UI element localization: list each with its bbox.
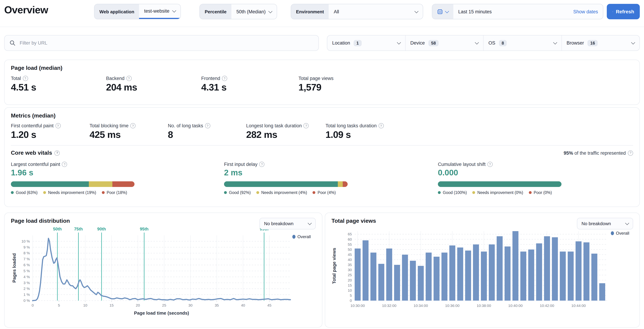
svg-text:10 %: 10 % [22,239,30,243]
metric-label: First contentful paint [11,123,54,128]
total-page-views-card: Total page views No breakdown 0510152025… [325,213,640,328]
svg-text:10:38:00: 10:38:00 [477,304,491,308]
svg-text:60: 60 [348,237,352,241]
environment-select[interactable]: Environment All [291,4,423,19]
environment-value[interactable]: All [329,4,423,19]
metric-longest-task: Longest long task duration 282 ms [246,123,326,140]
metric-value: 4.51 s [11,82,106,93]
facet-device[interactable]: Device 58 [406,35,484,50]
page-views-breakdown-select[interactable]: No breakdown [577,218,633,229]
percentile-select[interactable]: Percentile 50th (Median) [200,4,277,19]
needs-improvement-dot-icon [256,191,259,194]
cwv-stacked-bar [11,181,134,187]
bar-segment-poor [112,181,134,187]
url-filter-input[interactable] [19,40,314,46]
legend-needs-improvement: Needs improvement (4%) [261,190,307,195]
vital-label: Cumulative layout shift [438,162,486,167]
svg-text:5: 5 [58,303,60,307]
top-bar: Overview Web application test-website Pe… [0,0,644,27]
svg-text:15: 15 [348,283,352,287]
svg-text:10:32:00: 10:32:00 [382,304,396,308]
help-icon[interactable] [488,162,493,167]
web-application-value[interactable]: test-website [139,4,181,19]
legend-good: Good (100%) [443,190,467,195]
facet-count-badge: 1 [354,40,362,46]
url-filter[interactable] [4,35,319,51]
legend-needs-improvement: Needs improvement (19%) [48,190,96,195]
facet-os[interactable]: OS 8 [484,35,562,50]
help-icon[interactable] [378,123,384,128]
metric-value: 282 ms [246,129,326,140]
help-icon[interactable] [304,123,309,128]
svg-text:15: 15 [110,303,114,307]
svg-text:35: 35 [348,263,352,267]
traffic-percent: 95% [564,150,573,156]
help-icon[interactable] [62,162,67,167]
help-icon[interactable] [54,150,60,156]
vital-value: 1.96 s [11,168,224,177]
show-dates-link[interactable]: Show dates [573,9,598,14]
legend-good: Good (92%) [229,190,251,195]
metric-label: Total blocking time [90,123,128,128]
web-application-value-text: test-website [144,8,170,14]
help-icon[interactable] [55,123,60,128]
metric-value: 4.31 s [201,82,298,93]
svg-text:30: 30 [348,268,352,272]
metric-total-page-views: Total page views 1,579 [298,76,633,93]
time-range-value[interactable]: Last 15 minutes Show dates [453,4,603,19]
metric-total: Total 4.51 s [11,76,106,93]
metric-frontend: Frontend 4.31 s [201,76,298,93]
facet-label: Browser [566,40,584,46]
metric-value: 1.20 s [11,129,90,140]
help-icon[interactable] [205,123,210,128]
percentile-value-text: 50th (Median) [236,9,266,14]
svg-text:40: 40 [241,303,245,307]
help-icon[interactable] [23,76,28,81]
bar-segment-needs-improvement [338,181,343,187]
breakdown-value: No breakdown [582,221,611,226]
time-range-picker[interactable]: Last 15 minutes Show dates [432,4,603,19]
refresh-button[interactable]: Refresh [607,4,640,19]
distribution-breakdown-select[interactable]: No breakdown [260,218,316,229]
page-load-distribution-card: Page load distribution No breakdown 0 %1… [4,213,322,328]
svg-text:10:34:00: 10:34:00 [414,304,428,308]
help-icon[interactable] [222,76,227,81]
refresh-label: Refresh [616,9,634,14]
svg-text:35: 35 [215,303,219,307]
legend-poor: Poor (4%) [318,190,336,195]
percentile-value[interactable]: 50th (Median) [232,4,277,19]
metric-label: Total [11,76,21,81]
poor-dot-icon [102,191,105,194]
svg-text:20: 20 [348,278,352,282]
traffic-note: 95% of the traffic represented [564,150,633,156]
svg-text:7 %: 7 % [24,257,30,261]
poor-dot-icon [529,191,532,194]
svg-text:45: 45 [267,303,271,307]
facet-browser[interactable]: Browser 16 [562,35,640,50]
svg-text:10:42:00: 10:42:00 [540,304,554,308]
page-load-metrics: Total 4.51 s Backend 204 ms Frontend 4.3… [11,76,633,93]
help-icon[interactable] [259,162,264,167]
calendar-segment[interactable] [432,4,453,19]
facet-label: OS [488,40,495,46]
divider [11,145,633,146]
help-icon[interactable] [130,123,136,128]
help-icon[interactable] [126,76,132,81]
web-application-select[interactable]: Web application test-website [94,4,181,19]
facet-filters: Location 1 Device 58 OS 8 Browser 16 [327,35,640,51]
bar-segment-good [438,181,562,187]
metric-label: Longest long task duration [246,123,302,128]
help-icon[interactable] [628,150,633,156]
metrics-card: Metrics (median) First contentful paint … [4,107,640,207]
dashboard: Overview Web application test-website Pe… [0,0,644,329]
bar-segment-poor [343,181,348,187]
metric-value: 204 ms [106,82,201,93]
good-dot-icon [11,191,14,194]
metric-label: Frontend [201,76,220,81]
time-range-text: Last 15 minutes [458,9,492,14]
traffic-text: of the traffic represented [573,150,626,156]
vital-fid: First input delay 2 ms Good (92%) Needs … [224,162,438,195]
facet-location[interactable]: Location 1 [327,35,406,50]
metric-value: 425 ms [90,129,168,140]
web-application-label: Web application [94,4,139,19]
